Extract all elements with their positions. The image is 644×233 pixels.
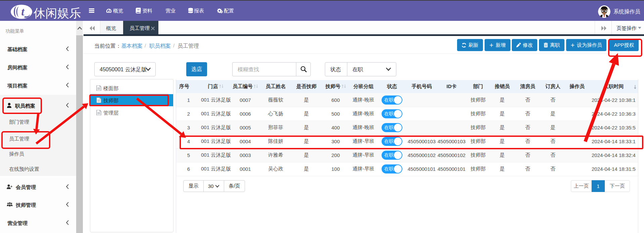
svg-text:t: t xyxy=(21,5,25,18)
